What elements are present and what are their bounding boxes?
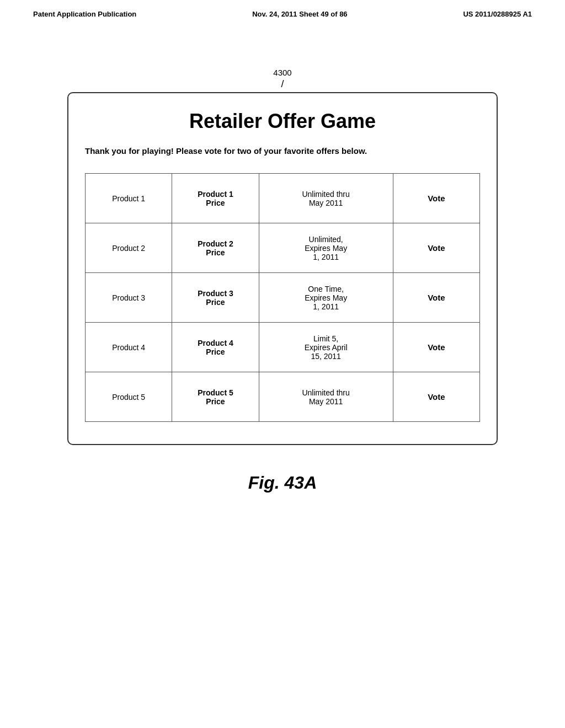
vote-button-4[interactable]: Vote [393, 323, 479, 372]
figure-label: Fig. 43A [0, 473, 565, 493]
product-table: Product 1Product 1PriceUnlimited thruMay… [85, 173, 480, 422]
game-title: Retailer Offer Game [85, 110, 480, 133]
vote-button-5[interactable]: Vote [393, 372, 479, 422]
product-price-3: Product 3Price [172, 273, 259, 323]
page-header: Patent Application Publication Nov. 24, … [0, 0, 565, 24]
table-row: Product 2Product 2PriceUnlimited,Expires… [86, 223, 480, 273]
product-price-2: Product 2Price [172, 223, 259, 273]
header-right: US 2011/0288925 A1 [463, 10, 532, 18]
product-price-5: Product 5Price [172, 372, 259, 422]
header-center: Nov. 24, 2011 Sheet 49 of 86 [252, 10, 347, 18]
product-name-1: Product 1 [86, 174, 172, 223]
product-name-5: Product 5 [86, 372, 172, 422]
product-name-4: Product 4 [86, 323, 172, 372]
subtitle: Thank you for playing! Please vote for t… [85, 145, 480, 157]
vote-button-2[interactable]: Vote [393, 223, 479, 273]
diagram-label: 4300 [0, 68, 565, 77]
table-row: Product 1Product 1PriceUnlimited thruMay… [86, 174, 480, 223]
header-left: Patent Application Publication [33, 10, 136, 18]
vote-button-1[interactable]: Vote [393, 174, 479, 223]
product-offer-4: Limit 5,Expires April15, 2011 [259, 323, 393, 372]
product-offer-5: Unlimited thruMay 2011 [259, 372, 393, 422]
table-row: Product 4Product 4PriceLimit 5,Expires A… [86, 323, 480, 372]
main-container: Retailer Offer Game Thank you for playin… [67, 92, 498, 445]
vote-button-3[interactable]: Vote [393, 273, 479, 323]
product-name-2: Product 2 [86, 223, 172, 273]
arrow-indicator: / [0, 78, 565, 90]
product-price-1: Product 1Price [172, 174, 259, 223]
product-name-3: Product 3 [86, 273, 172, 323]
table-row: Product 5Product 5PriceUnlimited thruMay… [86, 372, 480, 422]
product-offer-1: Unlimited thruMay 2011 [259, 174, 393, 223]
product-offer-2: Unlimited,Expires May1, 2011 [259, 223, 393, 273]
product-price-4: Product 4Price [172, 323, 259, 372]
table-row: Product 3Product 3PriceOne Time,Expires … [86, 273, 480, 323]
product-offer-3: One Time,Expires May1, 2011 [259, 273, 393, 323]
